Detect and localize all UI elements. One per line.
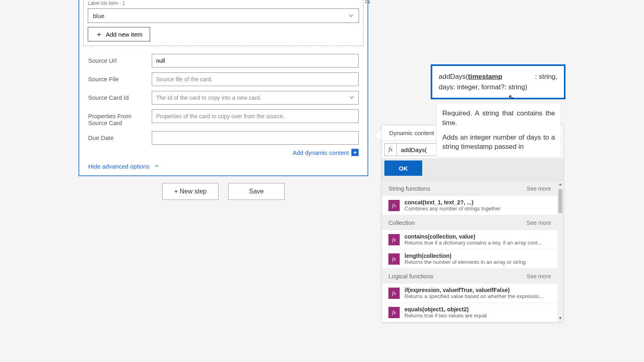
fx-icon: fx xyxy=(388,234,400,245)
save-button[interactable]: Save xyxy=(228,183,285,200)
function-item[interactable]: fxlength(collection)Returns the number o… xyxy=(382,249,557,269)
label-ids-title: Label Ids Item - 1 xyxy=(88,0,359,6)
action-card: Label Ids Item - 1 blue ＋ Add new item S… xyxy=(78,0,368,176)
svg-rect-0 xyxy=(365,0,367,0)
chevron-up-icon xyxy=(154,163,159,169)
function-description: Combines any number of strings together xyxy=(405,206,551,212)
plus-badge-icon: + xyxy=(351,149,359,156)
function-description: Returns true if a dictionary contains a … xyxy=(405,240,551,246)
function-category-header: String functionsSee more xyxy=(382,181,557,196)
see-more-link[interactable]: See more xyxy=(526,220,551,226)
sig-text-rest1: : string, xyxy=(535,72,557,82)
plus-icon: ＋ xyxy=(95,29,103,39)
category-name: Logical functions xyxy=(388,273,433,280)
sig-text-rest2: days: integer, format?: string) xyxy=(439,83,527,91)
due-date-input[interactable] xyxy=(152,131,359,145)
fx-icon: fx xyxy=(388,288,400,299)
due-date-label: Due Date xyxy=(88,131,149,141)
scroll-up-icon[interactable]: ▲ xyxy=(557,182,563,187)
label-ids-array: Label Ids Item - 1 blue ＋ Add new item xyxy=(83,0,363,46)
function-item[interactable]: fxequals(object1, object2)Returns true i… xyxy=(382,303,557,322)
label-ids-value: blue xyxy=(93,12,104,19)
source-url-input[interactable] xyxy=(152,54,359,68)
hide-advanced-options-link[interactable]: Hide advanced options xyxy=(79,160,168,175)
function-text: contains(collection, value)Returns true … xyxy=(405,233,551,246)
fx-icon: fx xyxy=(388,253,400,265)
source-file-input[interactable] xyxy=(152,72,359,86)
function-item[interactable]: fxconcat(text_1, text_2?, ...)Combines a… xyxy=(382,196,557,215)
source-url-label: Source Url xyxy=(88,54,149,64)
scrollbar[interactable]: ▲ ▼ xyxy=(557,181,563,322)
scroll-down-icon[interactable]: ▼ xyxy=(557,316,563,321)
source-file-label: Source File xyxy=(88,72,149,82)
hide-advanced-label: Hide advanced options xyxy=(88,163,150,170)
function-description: Returns the number of elements in an arr… xyxy=(405,259,551,265)
fx-icon: fx xyxy=(388,200,400,211)
see-more-link[interactable]: See more xyxy=(526,273,551,280)
function-item[interactable]: fxif(expression, valueIfTrue, valueIfFal… xyxy=(382,284,557,303)
function-signature-tooltip: addDays(timestamp: string, days: integer… xyxy=(431,64,566,99)
function-signature: contains(collection, value) xyxy=(405,233,551,240)
function-text: equals(object1, object2)Returns true if … xyxy=(405,306,551,319)
see-more-link[interactable]: See more xyxy=(526,185,551,192)
function-description-tooltip: Required. A string that contains the tim… xyxy=(436,104,561,158)
footer-buttons: + New step Save xyxy=(78,183,368,200)
add-item-label: Add new item xyxy=(106,31,142,38)
ok-button[interactable]: OK xyxy=(384,160,422,176)
add-new-item-button[interactable]: ＋ Add new item xyxy=(88,27,150,41)
sig-desc-required: Required. A string that contains the tim… xyxy=(442,109,555,128)
add-dynamic-content-label: Add dynamic content xyxy=(293,149,349,156)
function-description: Returns true if two values are equal xyxy=(405,313,551,319)
function-list: ▲ ▼ String functionsSee morefxconcat(tex… xyxy=(382,181,563,322)
sig-desc-summary: Adds an integer number of days to a stri… xyxy=(442,133,555,152)
add-dynamic-content-link[interactable]: Add dynamic content + xyxy=(293,149,359,156)
tab-dynamic-content[interactable]: Dynamic content xyxy=(382,125,442,140)
chevron-down-icon xyxy=(348,13,354,19)
function-description: Returns a specified value based on wheth… xyxy=(405,293,551,299)
array-switch-icon[interactable] xyxy=(364,0,372,5)
props-from-source-input[interactable] xyxy=(152,109,359,123)
category-name: String functions xyxy=(388,185,430,192)
fx-icon: fx xyxy=(388,307,400,318)
fx-icon: fx xyxy=(385,144,397,156)
sig-text-prefix: addDays( xyxy=(439,73,468,80)
function-item[interactable]: fxcontains(collection, value)Returns tru… xyxy=(382,230,557,249)
callout-arrow-icon xyxy=(374,129,382,142)
source-card-id-label: Source Card Id xyxy=(88,91,149,101)
function-signature: if(expression, valueIfTrue, valueIfFalse… xyxy=(405,287,551,293)
function-signature: equals(object1, object2) xyxy=(405,306,551,313)
source-card-id-input[interactable] xyxy=(152,91,359,105)
svg-rect-1 xyxy=(368,0,370,0)
function-category-header: CollectionSee more xyxy=(382,215,557,230)
function-signature: length(collection) xyxy=(405,253,551,259)
chevron-down-icon[interactable] xyxy=(349,95,355,100)
function-text: length(collection)Returns the number of … xyxy=(405,253,551,265)
scrollbar-thumb[interactable] xyxy=(558,189,562,213)
new-step-button[interactable]: + New step xyxy=(162,183,219,200)
function-text: if(expression, valueIfTrue, valueIfFalse… xyxy=(405,287,551,299)
category-name: Collection xyxy=(388,219,415,226)
function-signature: concat(text_1, text_2?, ...) xyxy=(405,199,551,206)
function-category-header: Logical functionsSee more xyxy=(382,269,557,284)
props-from-source-label: Properties From Source Card xyxy=(88,109,149,126)
label-ids-select[interactable]: blue xyxy=(88,8,359,23)
function-text: concat(text_1, text_2?, ...)Combines any… xyxy=(405,199,551,212)
sig-active-param: timestamp xyxy=(468,73,502,80)
